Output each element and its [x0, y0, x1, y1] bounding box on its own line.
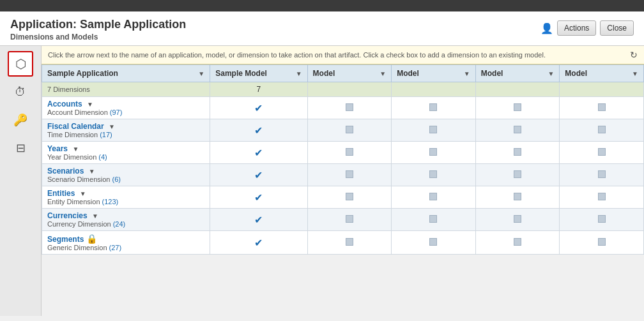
- square-icon[interactable]: [429, 215, 437, 223]
- check-model1[interactable]: ✔: [210, 119, 307, 142]
- col-label-app: Sample Application: [47, 69, 118, 78]
- square-icon[interactable]: [598, 193, 606, 200]
- square-icon[interactable]: [514, 193, 521, 200]
- dim-arrow[interactable]: ▼: [80, 190, 86, 197]
- square-icon[interactable]: [598, 103, 606, 111]
- square-icon[interactable]: [514, 215, 521, 223]
- square-icon[interactable]: [429, 126, 437, 133]
- square-icon[interactable]: [514, 148, 521, 156]
- check-model1[interactable]: ✔: [210, 164, 307, 186]
- col-arrow-model3[interactable]: ▼: [464, 70, 470, 77]
- check-model3[interactable]: [392, 142, 476, 164]
- square-icon[interactable]: [598, 215, 606, 223]
- square-icon[interactable]: [346, 215, 353, 223]
- check-model5[interactable]: [560, 186, 644, 209]
- check-model5[interactable]: [560, 119, 644, 142]
- check-model5[interactable]: [560, 209, 644, 231]
- square-icon[interactable]: [429, 193, 437, 200]
- col-arrow-app[interactable]: ▼: [198, 70, 204, 77]
- col-arrow-model4[interactable]: ▼: [548, 70, 554, 77]
- clock-icon[interactable]: ⏱: [8, 79, 33, 105]
- check-model2[interactable]: [307, 164, 392, 186]
- check-model4[interactable]: [475, 186, 560, 209]
- dim-arrow[interactable]: ▼: [72, 146, 79, 153]
- check-model5[interactable]: [560, 97, 644, 119]
- check-model4[interactable]: [475, 142, 560, 164]
- key-icon[interactable]: 🔑: [8, 107, 33, 133]
- square-icon[interactable]: [346, 238, 353, 246]
- cube-icon[interactable]: ⬡: [8, 51, 33, 77]
- check-model5[interactable]: [560, 164, 644, 186]
- check-model2[interactable]: [307, 231, 392, 255]
- check-model2[interactable]: [307, 142, 392, 164]
- check-model3[interactable]: [392, 209, 476, 231]
- col-arrow-model5[interactable]: ▼: [632, 70, 638, 77]
- check-model2[interactable]: [307, 209, 392, 231]
- check-model4[interactable]: [475, 97, 560, 119]
- check-model4[interactable]: [475, 164, 560, 186]
- dim-type: Generic Dimension (27): [47, 244, 204, 251]
- col-label-model1: Sample Model: [215, 69, 267, 78]
- check-model3[interactable]: [392, 164, 476, 186]
- page-title: Application: Sample Application: [10, 18, 186, 31]
- check-model3[interactable]: [392, 186, 476, 209]
- check-model1[interactable]: ✔: [210, 186, 307, 209]
- dim-arrow[interactable]: ▼: [89, 168, 95, 175]
- col-label-model4: Model: [481, 69, 503, 78]
- dim-name[interactable]: Accounts: [47, 100, 82, 108]
- square-icon[interactable]: [346, 126, 353, 133]
- square-icon[interactable]: [514, 126, 521, 133]
- summary-label: 7 Dimensions: [42, 82, 210, 97]
- square-icon[interactable]: [598, 126, 606, 133]
- check-model2[interactable]: [307, 97, 392, 119]
- summary-count: 7: [210, 82, 307, 97]
- dim-name[interactable]: Entities: [47, 189, 75, 198]
- check-model1[interactable]: ✔: [210, 231, 307, 255]
- square-icon[interactable]: [514, 238, 521, 246]
- col-label-model3: Model: [397, 69, 419, 78]
- check-model1[interactable]: ✔: [210, 142, 307, 164]
- refresh-icon[interactable]: ↻: [630, 50, 638, 60]
- square-icon[interactable]: [346, 193, 353, 200]
- check-model5[interactable]: [560, 231, 644, 255]
- check-model4[interactable]: [475, 209, 560, 231]
- dim-type: Currency Dimension (24): [47, 220, 204, 228]
- dim-name[interactable]: Fiscal Calendar: [47, 122, 104, 131]
- close-button[interactable]: Close: [600, 20, 634, 36]
- square-icon[interactable]: [429, 238, 437, 246]
- check-model1[interactable]: ✔: [210, 209, 307, 231]
- square-icon[interactable]: [598, 238, 606, 246]
- db-icon[interactable]: ⊟: [8, 135, 33, 161]
- square-icon[interactable]: [346, 170, 353, 178]
- square-icon[interactable]: [514, 103, 521, 111]
- square-icon[interactable]: [514, 170, 521, 178]
- square-icon[interactable]: [429, 148, 437, 156]
- dim-name[interactable]: Years: [47, 144, 68, 153]
- dim-name[interactable]: Currencies: [47, 211, 88, 220]
- square-icon[interactable]: [598, 148, 606, 156]
- square-icon[interactable]: [598, 170, 606, 178]
- dim-arrow[interactable]: ▼: [92, 213, 98, 220]
- square-icon[interactable]: [346, 148, 353, 156]
- col-header-model3: Model ▼: [392, 65, 476, 82]
- check-model1[interactable]: ✔: [210, 97, 307, 119]
- square-icon[interactable]: [429, 103, 437, 111]
- square-icon[interactable]: [346, 103, 353, 111]
- table-row: Fiscal Calendar ▼ Time Dimension (17) ✔: [42, 119, 644, 142]
- check-model2[interactable]: [307, 186, 392, 209]
- dim-name[interactable]: Segments: [47, 235, 84, 244]
- check-model3[interactable]: [392, 119, 476, 142]
- actions-button[interactable]: Actions: [557, 20, 596, 36]
- check-model3[interactable]: [392, 97, 476, 119]
- col-arrow-model1[interactable]: ▼: [296, 70, 302, 77]
- square-icon[interactable]: [429, 170, 437, 178]
- check-model3[interactable]: [392, 231, 476, 255]
- check-model4[interactable]: [475, 119, 560, 142]
- check-model4[interactable]: [475, 231, 560, 255]
- check-model2[interactable]: [307, 119, 392, 142]
- dim-name[interactable]: Scenarios: [47, 167, 84, 175]
- col-arrow-model2[interactable]: ▼: [379, 70, 386, 77]
- dim-arrow[interactable]: ▼: [109, 123, 115, 130]
- dim-arrow[interactable]: ▼: [87, 101, 93, 108]
- check-model5[interactable]: [560, 142, 644, 164]
